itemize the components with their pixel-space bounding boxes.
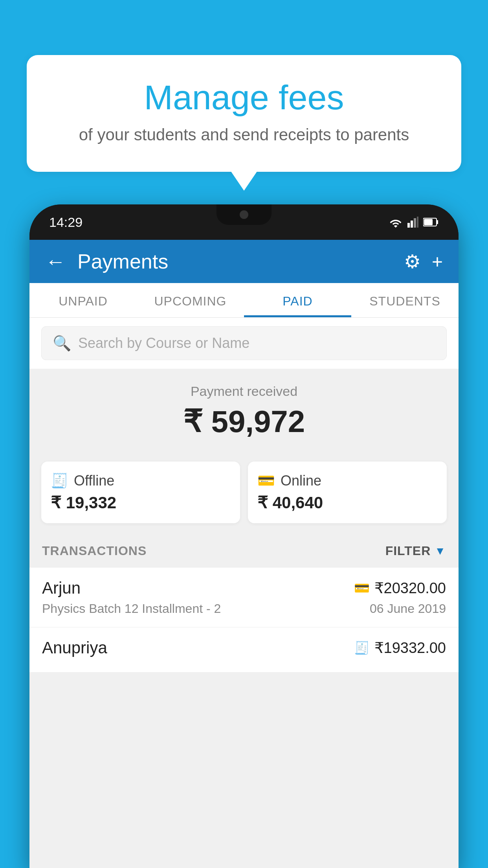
offline-icon: 🧾 (51, 473, 68, 489)
payment-total-amount: ₹ 59,972 (41, 404, 447, 440)
search-icon: 🔍 (53, 335, 71, 352)
svg-rect-0 (407, 223, 410, 228)
add-icon[interactable]: + (432, 251, 443, 272)
offline-card: 🧾 Offline ₹ 19,332 (41, 462, 240, 523)
transaction-amount: ₹20320.00 (374, 579, 446, 597)
header-actions: ⚙ + (404, 250, 443, 272)
app-header: ← Payments ⚙ + (29, 240, 459, 283)
payment-summary: Payment received ₹ 59,972 (29, 369, 459, 462)
status-bar: 14:29 (29, 204, 459, 240)
header-title: Payments (77, 250, 392, 273)
phone-shell: 14:29 ← (29, 204, 459, 868)
bubble-subtitle: of your students and send receipts to pa… (46, 125, 442, 144)
status-icons (389, 217, 439, 228)
svg-rect-5 (437, 220, 438, 224)
tab-bar: UNPAID UPCOMING PAID STUDENTS (29, 283, 459, 318)
table-row[interactable]: Arjun 💳 ₹20320.00 Physics Batch 12 Insta… (29, 568, 459, 627)
status-time: 14:29 (49, 215, 83, 230)
svg-rect-2 (414, 218, 416, 228)
filter-button[interactable]: FILTER ▼ (385, 544, 446, 558)
signal-icon (407, 217, 418, 228)
transaction-name: Anupriya (42, 638, 107, 657)
payment-cards: 🧾 Offline ₹ 19,332 💳 Online ₹ 40,640 (29, 462, 459, 534)
search-input[interactable]: Search by Course or Name (78, 335, 250, 351)
speech-bubble: Manage fees of your students and send re… (27, 55, 461, 172)
settings-icon[interactable]: ⚙ (404, 250, 421, 272)
filter-label: FILTER (385, 544, 431, 558)
app-content: ← Payments ⚙ + UNPAID UPCOMING PAID STUD… (29, 240, 459, 868)
notch (216, 204, 272, 225)
tab-students[interactable]: STUDENTS (351, 283, 459, 317)
payment-received-label: Payment received (41, 384, 447, 399)
tab-unpaid[interactable]: UNPAID (29, 283, 137, 317)
filter-icon: ▼ (435, 545, 446, 557)
back-button[interactable]: ← (45, 250, 66, 273)
bubble-title: Manage fees (46, 79, 442, 117)
offline-amount: ₹ 19,332 (51, 493, 231, 512)
battery-icon (423, 217, 439, 227)
transaction-amount-wrap: 🧾 ₹19332.00 (354, 639, 446, 657)
svg-rect-3 (417, 217, 418, 228)
online-payment-icon: 💳 (354, 581, 370, 596)
table-row[interactable]: Anupriya 🧾 ₹19332.00 (29, 627, 459, 673)
svg-rect-6 (424, 219, 433, 225)
search-bar[interactable]: 🔍 Search by Course or Name (41, 326, 447, 360)
transaction-amount: ₹19332.00 (374, 639, 446, 657)
tab-upcoming[interactable]: UPCOMING (137, 283, 244, 317)
online-amount: ₹ 40,640 (257, 493, 437, 512)
offline-label: Offline (74, 473, 114, 489)
svg-rect-1 (411, 221, 413, 228)
online-card: 💳 Online ₹ 40,640 (248, 462, 447, 523)
tab-paid[interactable]: PAID (244, 283, 351, 317)
search-container: 🔍 Search by Course or Name (29, 318, 459, 369)
online-label: Online (281, 473, 321, 489)
transaction-date: 06 June 2019 (370, 601, 446, 616)
transactions-label: TRANSACTIONS (42, 544, 147, 558)
transaction-amount-wrap: 💳 ₹20320.00 (354, 579, 446, 597)
transactions-header: TRANSACTIONS FILTER ▼ (29, 534, 459, 568)
transaction-desc: Physics Batch 12 Installment - 2 (42, 601, 221, 616)
camera (240, 210, 248, 219)
wifi-icon (389, 217, 403, 228)
transaction-name: Arjun (42, 579, 81, 598)
offline-payment-icon: 🧾 (354, 640, 370, 655)
online-icon: 💳 (257, 473, 275, 489)
